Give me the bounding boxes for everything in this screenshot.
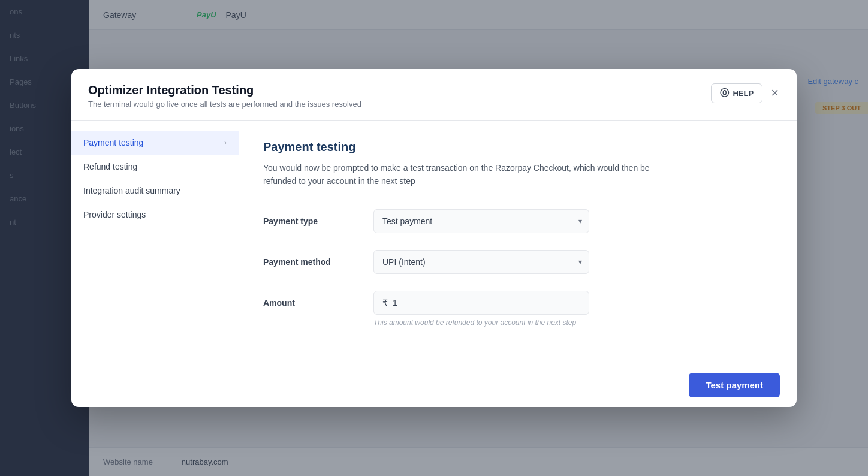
currency-symbol: ₹	[382, 298, 388, 308]
modal-body: Payment testing › Refund testing Integra…	[71, 121, 797, 363]
nav-item-provider-settings[interactable]: Provider settings	[71, 203, 239, 227]
nav-item-payment-testing[interactable]: Payment testing ›	[71, 131, 239, 155]
amount-control: ₹ This amount would be refunded to your …	[373, 291, 589, 327]
modal-title: Optimizer Integration Testing	[88, 83, 361, 97]
nav-item-integration-audit-label: Integration audit summary	[83, 186, 180, 195]
help-button[interactable]: ⓪ HELP	[711, 83, 762, 103]
modal-footer: Test payment	[71, 363, 797, 407]
payment-method-row: Payment method UPI (Intent) Card Net Ban…	[263, 250, 773, 274]
modal-header-actions: ⓪ HELP ×	[711, 83, 780, 103]
modal-sidebar: Payment testing › Refund testing Integra…	[71, 121, 239, 363]
payment-type-select[interactable]: Test payment Live payment	[373, 209, 589, 233]
modal: Optimizer Integration Testing The termin…	[71, 69, 797, 408]
modal-backdrop: Optimizer Integration Testing The termin…	[0, 0, 868, 476]
modal-subtitle: The terminal would go live once all test…	[88, 100, 361, 109]
payment-type-label: Payment type	[263, 216, 359, 226]
nav-item-refund-testing-label: Refund testing	[83, 162, 137, 171]
amount-input-wrapper: ₹	[373, 291, 589, 315]
payment-type-control: Test payment Live payment ▾	[373, 209, 589, 233]
content-description: You would now be prompted to make a test…	[263, 161, 671, 188]
payment-type-row: Payment type Test payment Live payment ▾	[263, 209, 773, 233]
payment-method-control: UPI (Intent) Card Net Banking Wallet ▾	[373, 250, 589, 274]
amount-label: Amount	[263, 291, 359, 308]
help-label: HELP	[733, 89, 754, 98]
nav-item-refund-testing[interactable]: Refund testing	[71, 155, 239, 179]
payment-method-label: Payment method	[263, 257, 359, 267]
content-title: Payment testing	[263, 140, 773, 154]
nav-item-integration-audit[interactable]: Integration audit summary	[71, 179, 239, 203]
test-payment-button[interactable]: Test payment	[689, 373, 780, 397]
help-circle-icon: ⓪	[720, 88, 729, 99]
nav-item-payment-testing-label: Payment testing	[83, 138, 143, 147]
modal-main-content: Payment testing You would now be prompte…	[239, 121, 797, 363]
amount-input[interactable]	[393, 291, 580, 314]
amount-row: Amount ₹ This amount would be refunded t…	[263, 291, 773, 327]
nav-item-provider-settings-label: Provider settings	[83, 210, 146, 219]
close-button[interactable]: ×	[770, 85, 780, 101]
modal-header-text: Optimizer Integration Testing The termin…	[88, 83, 361, 109]
modal-header: Optimizer Integration Testing The termin…	[71, 69, 797, 121]
payment-method-select[interactable]: UPI (Intent) Card Net Banking Wallet	[373, 250, 589, 274]
chevron-right-icon: ›	[224, 138, 227, 147]
amount-hint: This amount would be refunded to your ac…	[373, 318, 589, 327]
